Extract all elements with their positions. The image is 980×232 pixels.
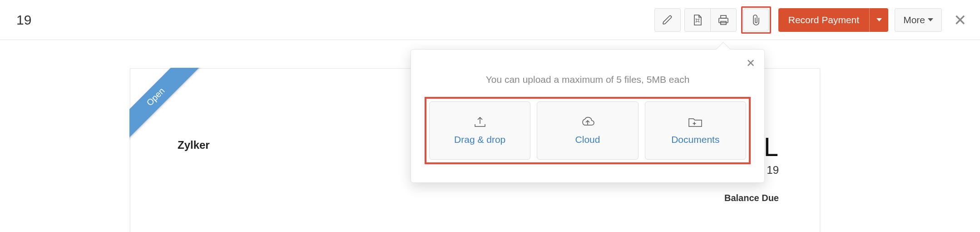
attachment-popover: ✕ You can upload a maximum of 5 files, 5… bbox=[411, 49, 765, 183]
option-label: Documents bbox=[671, 134, 719, 145]
vendor-name: Zylker bbox=[178, 139, 210, 151]
upload-option-documents[interactable]: Documents bbox=[645, 101, 746, 160]
page-header: 19 Record Payment More bbox=[0, 0, 980, 40]
record-payment-button[interactable]: Record Payment bbox=[778, 8, 869, 32]
print-button[interactable] bbox=[710, 8, 737, 32]
page-number: 19 bbox=[16, 12, 31, 28]
popover-close-button[interactable]: ✕ bbox=[746, 57, 755, 70]
pdf-button[interactable] bbox=[684, 8, 711, 32]
upload-option-cloud[interactable]: Cloud bbox=[537, 101, 638, 160]
upload-option-drag-drop[interactable]: Drag & drop bbox=[429, 101, 530, 160]
record-payment-dropdown[interactable] bbox=[869, 8, 888, 32]
attach-button[interactable] bbox=[743, 9, 769, 31]
upload-icon bbox=[473, 116, 487, 128]
record-payment-split-button: Record Payment bbox=[778, 8, 888, 32]
more-button[interactable]: More bbox=[895, 8, 942, 32]
balance-due-label: Balance Due bbox=[723, 193, 779, 203]
printer-icon bbox=[718, 15, 729, 25]
option-label: Cloud bbox=[575, 134, 600, 145]
close-icon: ✕ bbox=[746, 57, 755, 69]
close-icon: ✕ bbox=[954, 11, 966, 29]
close-button[interactable]: ✕ bbox=[954, 12, 966, 28]
pencil-icon bbox=[662, 15, 673, 25]
toolbar: Record Payment More ✕ bbox=[654, 6, 966, 34]
edit-button[interactable] bbox=[654, 8, 681, 32]
svg-rect-0 bbox=[719, 18, 728, 23]
cloud-upload-icon bbox=[580, 116, 595, 128]
pdf-icon bbox=[692, 14, 703, 26]
status-badge: Open bbox=[129, 68, 201, 142]
attach-highlight bbox=[741, 6, 771, 34]
export-print-group bbox=[684, 8, 737, 32]
chevron-down-icon bbox=[876, 18, 882, 21]
upload-hint: You can upload a maximum of 5 files, 5MB… bbox=[425, 74, 751, 85]
option-label: Drag & drop bbox=[454, 134, 505, 145]
svg-rect-1 bbox=[721, 15, 726, 18]
folder-add-icon bbox=[688, 116, 703, 128]
upload-options-highlight: Drag & drop Cloud Documents bbox=[425, 97, 751, 164]
more-label: More bbox=[903, 15, 925, 25]
paperclip-icon bbox=[751, 14, 761, 26]
status-ribbon: Open bbox=[129, 68, 207, 145]
chevron-down-icon bbox=[928, 18, 933, 21]
